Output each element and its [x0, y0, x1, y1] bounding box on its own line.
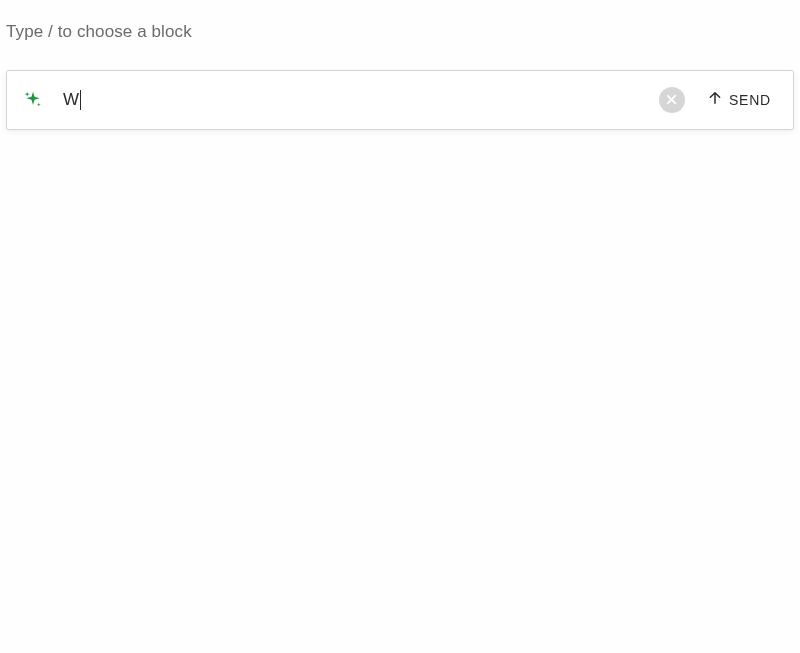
clear-button[interactable] [659, 87, 685, 113]
prompt-input[interactable]: W [59, 90, 659, 110]
sparkle-icon [7, 90, 59, 110]
close-icon [666, 91, 677, 109]
arrow-up-icon [707, 90, 723, 110]
send-button[interactable]: SEND [707, 90, 771, 110]
send-label: SEND [729, 92, 771, 108]
block-hint-text: Type / to choose a block [6, 22, 794, 42]
text-cursor [80, 90, 81, 110]
prompt-input-container[interactable]: W SEND [6, 70, 794, 130]
input-value-text: W [63, 90, 79, 110]
